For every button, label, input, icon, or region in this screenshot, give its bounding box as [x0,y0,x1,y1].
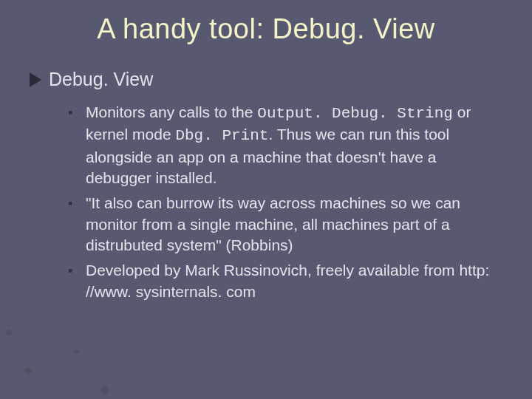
code-text: Output. Debug. String [257,105,453,122]
bullet-text: "It also can burrow its way across machi… [86,194,460,253]
code-text: Dbg. Print [175,127,268,144]
section-header: Debug. View [27,69,505,90]
bullet-list: Monitors any calls to the Output. Debug.… [27,102,505,302]
slide-title: A handy tool: Debug. View [27,13,505,45]
list-item: Monitors any calls to the Output. Debug.… [68,102,498,188]
bullet-text: Developed by Mark Russinovich, freely av… [86,262,489,299]
bullet-text-pre: Monitors any calls to the [86,103,257,120]
slide: A handy tool: Debug. View Debug. View Mo… [0,0,532,399]
list-item: Developed by Mark Russinovich, freely av… [68,260,498,302]
arrow-right-icon [30,72,41,87]
list-item: "It also can burrow its way across machi… [68,193,498,256]
section-label: Debug. View [49,69,153,90]
